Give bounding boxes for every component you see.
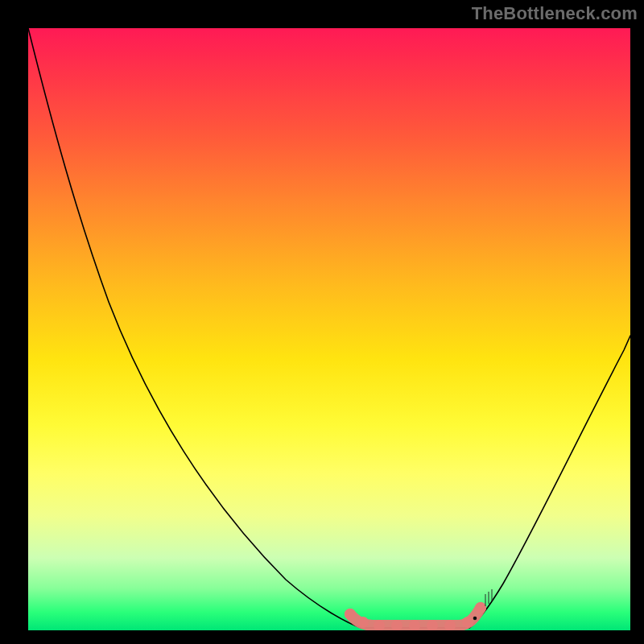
- highlight-dots: [345, 602, 486, 630]
- watermark-text: TheBottleneck.com: [472, 3, 638, 24]
- bottleneck-curve: [28, 28, 630, 630]
- curve-main-path: [28, 28, 630, 628]
- curve-marker-dot: [473, 617, 477, 621]
- svg-point-0: [345, 609, 356, 620]
- chart-stage: TheBottleneck.com: [0, 0, 644, 644]
- svg-point-8: [475, 602, 486, 613]
- svg-point-7: [462, 617, 473, 628]
- plot-area: [28, 28, 630, 630]
- svg-point-1: [357, 617, 369, 628]
